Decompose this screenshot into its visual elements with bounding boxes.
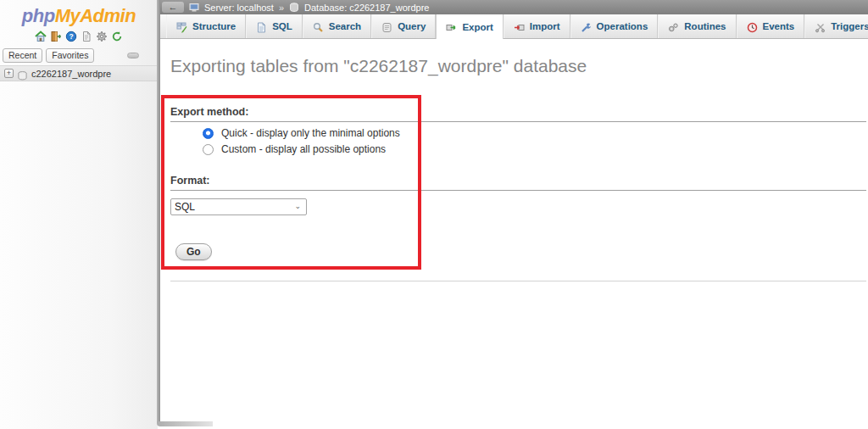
tab-operations-label: Operations <box>597 21 648 31</box>
sql-icon <box>256 21 267 32</box>
export-method-label: Export method: <box>170 106 248 118</box>
structure-icon <box>176 21 187 32</box>
docs-icon[interactable] <box>81 31 92 42</box>
tab-operations[interactable]: Operations <box>570 14 659 38</box>
tab-export-label: Export <box>462 22 492 32</box>
quick-radio-label[interactable]: Quick - display only the minimal options <box>221 127 400 139</box>
format-select-wrap: SQL ⌄ <box>170 198 307 215</box>
phpmyadmin-logo: phpMyAdmin <box>0 0 158 27</box>
database-icon <box>289 3 299 13</box>
database-icon <box>17 69 28 78</box>
custom-radio[interactable] <box>203 144 214 155</box>
format-label: Format: <box>170 175 210 187</box>
tab-search-label: Search <box>329 21 361 31</box>
tab-query[interactable]: Query <box>371 14 436 38</box>
page-title: Exporting tables from "c2262187_wordpre"… <box>170 56 587 76</box>
favorites-button[interactable]: Favorites <box>46 48 94 63</box>
breadcrumb-separator: » <box>279 3 284 13</box>
main-panel: ← Server: localhost » Database: c2262187… <box>160 0 868 421</box>
format-select[interactable]: SQL <box>170 198 307 215</box>
triggers-icon <box>815 21 826 32</box>
server-icon <box>189 3 199 13</box>
events-icon <box>747 21 758 32</box>
routines-icon <box>668 21 679 32</box>
search-icon <box>313 21 324 32</box>
breadcrumb-server[interactable]: Server: localhost <box>204 3 274 13</box>
tab-routines[interactable]: Routines <box>658 14 736 38</box>
tab-triggers-label: Triggers <box>831 21 868 31</box>
tab-export[interactable]: Export <box>436 14 503 39</box>
logo-myadmin: MyAdmin <box>55 5 136 26</box>
tab-sql[interactable]: SQL <box>246 14 303 38</box>
go-button[interactable]: Go <box>175 243 212 260</box>
query-icon <box>381 21 392 32</box>
tab-search[interactable]: Search <box>303 14 371 38</box>
breadcrumb: ← Server: localhost » Database: c2262187… <box>160 0 868 14</box>
tab-triggers[interactable]: Triggers <box>804 14 868 38</box>
format-section-header: Format: <box>170 172 866 191</box>
tab-events-label: Events <box>763 21 795 31</box>
tab-bar: Structure SQL Search Query Export Import <box>160 14 868 39</box>
logout-icon[interactable] <box>50 31 62 42</box>
phpmyadmin-window: phpMyAdmin ? Recent Favorites <box>0 0 868 429</box>
tab-import-label: Import <box>530 21 560 31</box>
logo-php: php <box>22 5 55 26</box>
breadcrumb-database[interactable]: Database: c2262187_wordpre <box>304 3 429 13</box>
quick-radio[interactable] <box>203 128 214 139</box>
back-button[interactable]: ← <box>162 2 184 13</box>
window-frame-edge <box>157 421 213 426</box>
database-tree-label[interactable]: c2262187_wordpre <box>31 69 111 79</box>
database-tree-item[interactable]: + c2262187_wordpre <box>0 65 158 81</box>
tab-sql-label: SQL <box>272 21 292 31</box>
tab-structure-label: Structure <box>192 21 236 31</box>
quick-option-row[interactable]: Quick - display only the minimal options <box>203 127 400 139</box>
tab-import[interactable]: Import <box>504 14 570 38</box>
sidebar: phpMyAdmin ? Recent Favorites <box>0 0 158 429</box>
recent-button[interactable]: Recent <box>3 48 42 63</box>
settings-icon[interactable] <box>96 31 108 42</box>
operations-icon <box>581 21 592 32</box>
refresh-icon[interactable] <box>111 31 123 42</box>
export-method-section-header: Export method: <box>170 103 866 122</box>
tab-events[interactable]: Events <box>737 14 805 38</box>
content-separator <box>170 281 866 281</box>
svg-text:?: ? <box>69 32 73 41</box>
sidebar-collapse-handle[interactable] <box>127 53 139 58</box>
custom-radio-label[interactable]: Custom - display all possible options <box>221 143 386 155</box>
home-icon[interactable] <box>35 31 47 42</box>
tab-routines-label: Routines <box>684 21 726 31</box>
tab-query-label: Query <box>398 21 426 31</box>
export-icon <box>446 21 457 32</box>
import-icon <box>514 21 525 32</box>
tree-expand-icon[interactable]: + <box>4 69 14 78</box>
sidebar-icon-toolbar: ? <box>0 31 158 42</box>
help-icon[interactable]: ? <box>65 31 77 42</box>
custom-option-row[interactable]: Custom - display all possible options <box>203 143 386 155</box>
tab-structure[interactable]: Structure <box>166 14 246 38</box>
